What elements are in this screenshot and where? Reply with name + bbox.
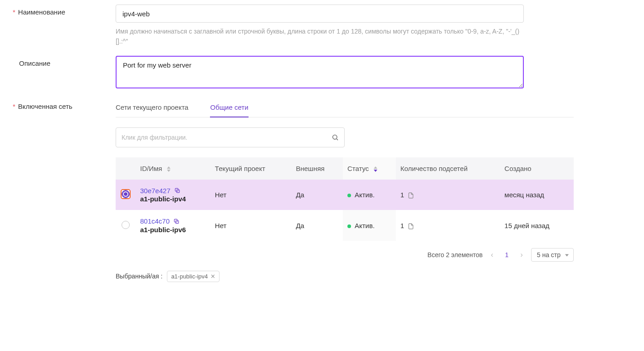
svg-line-1 [337,139,338,140]
network-label: Включенная сеть [0,99,116,110]
cell-external: Да [291,210,342,241]
filter-input[interactable] [122,134,332,141]
network-tabs: Сети текущего проекта Общие сети [116,99,574,117]
cell-status: Актив. [343,210,396,241]
col-status[interactable]: Статус [343,157,396,180]
network-id-link[interactable]: 30e7e427 [140,187,171,195]
network-name: a1-public-ipv4 [140,195,186,203]
col-external: Внешняя [291,157,342,180]
sort-icon [167,166,171,172]
selected-label: Выбранный/ая : [116,273,162,280]
name-label: Наименование [0,5,116,16]
table-row[interactable]: 801c4c70 a1-public-ipv6 Нет Да Актив. 1 [116,210,574,241]
copy-icon[interactable] [173,218,180,226]
col-subnets: Количество подсетей [396,157,500,180]
name-input[interactable] [116,5,524,23]
selected-summary: Выбранный/ая : a1-public-ipv4 ✕ [116,271,574,282]
selected-chip-text: a1-public-ipv4 [171,273,208,280]
pagination: Всего 2 элементов ‹ 1 › 5 на стр [116,248,574,262]
col-current-project: Текущий проект [210,157,292,180]
cell-subnets: 1 [396,210,500,241]
document-icon [408,191,414,199]
cell-subnets: 1 [396,180,500,210]
radio-select[interactable] [121,189,131,199]
filter-container[interactable] [116,127,345,147]
name-hint: Имя должно начинаться с заглавной или ст… [116,26,524,47]
pagination-next[interactable]: › [518,251,524,259]
document-icon [408,222,414,229]
radio-select[interactable] [122,221,130,229]
search-icon [332,134,339,141]
cell-created: месяц назад [500,180,574,210]
tab-current-project-networks[interactable]: Сети текущего проекта [116,99,188,117]
svg-point-0 [333,135,337,139]
close-icon[interactable]: ✕ [210,273,215,280]
pagination-total: Всего 2 элементов [428,251,483,258]
tab-shared-networks[interactable]: Общие сети [210,99,248,117]
networks-table: ID/Имя Текущий проект Внешняя Статус Кол… [116,157,574,241]
status-dot-icon [347,224,351,228]
network-id-link[interactable]: 801c4c70 [140,217,170,225]
network-name: a1-public-ipv6 [140,226,186,234]
sort-icon [374,166,377,172]
description-label: Описание [0,56,116,67]
cell-project: Нет [210,210,292,241]
pagination-page[interactable]: 1 [502,251,512,258]
status-dot-icon [347,194,351,197]
copy-icon[interactable] [174,187,181,195]
description-textarea[interactable] [116,56,524,88]
cell-status: Актив. [343,180,396,210]
selected-chip: a1-public-ipv4 ✕ [167,271,220,282]
page-size-select[interactable]: 5 на стр [531,248,574,262]
cell-external: Да [291,180,342,210]
col-created: Создано [500,157,574,180]
col-select [116,157,136,180]
pagination-prev[interactable]: ‹ [489,251,495,259]
cell-created: 15 дней назад [500,210,574,241]
table-row[interactable]: 30e7e427 a1-public-ipv4 Нет Да Актив. 1 [116,180,574,210]
cell-project: Нет [210,180,292,210]
col-id-name[interactable]: ID/Имя [136,157,210,180]
